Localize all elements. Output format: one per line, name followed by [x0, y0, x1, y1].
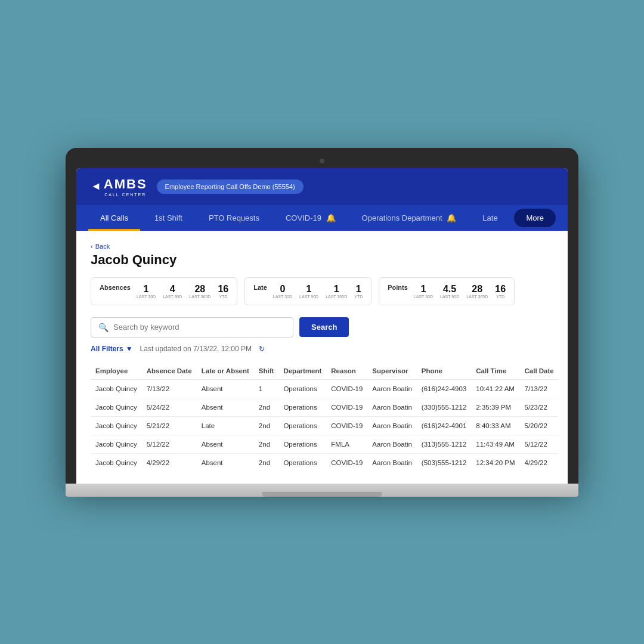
cell-shift: 2nd	[254, 398, 279, 416]
cell-phone: (503)555-1212	[417, 453, 471, 472]
cell-department: Operations	[278, 379, 326, 398]
late-val-90d: 1 LAST 90D	[299, 284, 318, 299]
cell-call-date: 5/23/22	[520, 398, 559, 416]
search-row: 🔍 Search	[91, 317, 553, 338]
laptop-screen: ◄ AMBS CALL CENTER Employee Reporting Ca…	[76, 168, 568, 484]
tab-1st-shift[interactable]: 1st Shift	[143, 205, 194, 231]
refresh-icon[interactable]: ↻	[259, 345, 265, 353]
cell-phone: (616)242-4901	[417, 416, 471, 435]
search-input[interactable]	[113, 323, 286, 332]
late-val-ytd: 1 YTD	[354, 284, 363, 299]
points-val-ytd: 16 YTD	[495, 284, 506, 299]
absences-label: Absences	[100, 284, 131, 291]
points-val-30d: 1 LAST 30D	[414, 284, 433, 299]
points-card: Points 1 LAST 30D 4.5 LAST 90D 2	[379, 277, 515, 305]
cell-late-or-absent: Absent	[197, 453, 254, 472]
tab-more[interactable]: More	[514, 209, 556, 227]
stats-row: Absences 1 LAST 30D 4 LAST 90D 2	[91, 277, 553, 305]
search-input-wrapper[interactable]: 🔍	[91, 317, 293, 338]
employee-name: Jacob Quincy	[91, 252, 553, 268]
cell-phone: (330)555-1212	[417, 398, 471, 416]
back-arrow-icon: ‹	[91, 243, 93, 250]
points-label: Points	[388, 284, 408, 291]
covid-bell-icon: 🔔	[326, 213, 336, 222]
logo-subtitle: CALL CENTER	[104, 193, 147, 197]
cell-absence-date: 5/12/22	[142, 435, 197, 453]
cell-reason: COVID-19	[326, 453, 367, 472]
filter-chevron-icon: ▼	[126, 345, 133, 353]
tab-pto-requests[interactable]: PTO Requests	[197, 205, 271, 231]
late-label: Late	[253, 284, 267, 291]
cell-call-time: 8:40:33 AM	[471, 416, 519, 435]
cell-call-time: 11:43:49 AM	[471, 435, 519, 453]
absences-card: Absences 1 LAST 30D 4 LAST 90D 2	[91, 277, 237, 305]
cell-employee: Jacob Quincy	[91, 398, 142, 416]
table-body: Jacob Quincy7/13/22Absent1OperationsCOVI…	[91, 379, 559, 472]
cell-absence-date: 4/29/22	[142, 453, 197, 472]
cell-supervisor: Aaron Boatin	[367, 398, 417, 416]
col-department: Department	[278, 363, 326, 380]
absence-val-365d: 28 LAST 365D	[189, 284, 210, 299]
search-button[interactable]: Search	[299, 317, 349, 337]
points-val-90d: 4.5 LAST 90D	[440, 284, 459, 299]
cell-call-date: 5/12/22	[520, 435, 559, 453]
col-late-or-absent: Late or Absent	[197, 363, 254, 380]
cell-shift: 1	[254, 379, 279, 398]
absence-val-90d: 4 LAST 90D	[163, 284, 182, 299]
col-absence-date: Absence Date	[142, 363, 197, 380]
all-filters-button[interactable]: All Filters ▼	[91, 345, 133, 353]
col-reason: Reason	[326, 363, 367, 380]
cell-employee: Jacob Quincy	[91, 435, 142, 453]
col-employee: Employee	[91, 363, 142, 380]
table-header-row: Employee Absence Date Late or Absent Shi…	[91, 363, 559, 380]
col-call-date: Call Date	[520, 363, 559, 380]
cell-shift: 2nd	[254, 416, 279, 435]
cell-call-time: 12:34:20 PM	[471, 453, 519, 472]
absences-values: 1 LAST 30D 4 LAST 90D 28 LAST 365D	[137, 284, 228, 299]
laptop-camera	[320, 159, 324, 163]
table-row: Jacob Quincy5/12/22Absent2ndOperationsFM…	[91, 435, 559, 453]
cell-late-or-absent: Absent	[197, 379, 254, 398]
table-row: Jacob Quincy4/29/22Absent2ndOperationsCO…	[91, 453, 559, 472]
cell-phone: (616)242-4903	[417, 379, 471, 398]
late-val-30d: 0 LAST 30D	[273, 284, 292, 299]
cell-department: Operations	[278, 453, 326, 472]
table-row: Jacob Quincy5/24/22Absent2ndOperationsCO…	[91, 398, 559, 416]
back-link[interactable]: ‹ Back	[91, 243, 553, 250]
data-table: Employee Absence Date Late or Absent Shi…	[91, 363, 559, 472]
late-card: Late 0 LAST 30D 1 LAST 90D 1	[244, 277, 371, 305]
laptop-body: ◄ AMBS CALL CENTER Employee Reporting Ca…	[66, 148, 578, 484]
table-header: Employee Absence Date Late or Absent Shi…	[91, 363, 559, 380]
cell-supervisor: Aaron Boatin	[367, 453, 417, 472]
absence-val-ytd: 16 YTD	[218, 284, 228, 299]
tab-late[interactable]: Late	[470, 205, 509, 231]
cell-shift: 2nd	[254, 435, 279, 453]
cell-late-or-absent: Absent	[197, 398, 254, 416]
content-area: ‹ Back Jacob Quincy Absences 1 LAST 30D	[76, 231, 568, 484]
cell-department: Operations	[278, 416, 326, 435]
cell-late-or-absent: Late	[197, 416, 254, 435]
cell-call-time: 2:35:39 PM	[471, 398, 519, 416]
points-values: 1 LAST 30D 4.5 LAST 90D 28 LAST 365D	[414, 284, 506, 299]
cell-reason: FMLA	[326, 435, 367, 453]
cell-absence-date: 7/13/22	[142, 379, 197, 398]
cell-employee: Jacob Quincy	[91, 416, 142, 435]
col-supervisor: Supervisor	[367, 363, 417, 380]
search-icon: 🔍	[98, 323, 109, 332]
demo-badge: Employee Reporting Call Offs Demo (55554…	[157, 179, 304, 194]
cell-supervisor: Aaron Boatin	[367, 435, 417, 453]
last-updated-text: Last updated on 7/13/22, 12:00 PM	[140, 345, 252, 353]
tab-all-calls[interactable]: All Calls	[88, 205, 140, 231]
table-row: Jacob Quincy7/13/22Absent1OperationsCOVI…	[91, 379, 559, 398]
tab-covid19[interactable]: COVID-19 🔔	[274, 205, 348, 231]
cell-employee: Jacob Quincy	[91, 453, 142, 472]
cell-shift: 2nd	[254, 453, 279, 472]
table-row: Jacob Quincy5/21/22Late2ndOperationsCOVI…	[91, 416, 559, 435]
absence-val-30d: 1 LAST 30D	[137, 284, 156, 299]
ops-bell-icon: 🔔	[447, 213, 456, 222]
cell-late-or-absent: Absent	[197, 435, 254, 453]
cell-absence-date: 5/24/22	[142, 398, 197, 416]
points-val-365d: 28 LAST 365D	[466, 284, 488, 299]
col-shift: Shift	[254, 363, 279, 380]
tab-operations-dept[interactable]: Operations Department 🔔	[350, 205, 469, 231]
